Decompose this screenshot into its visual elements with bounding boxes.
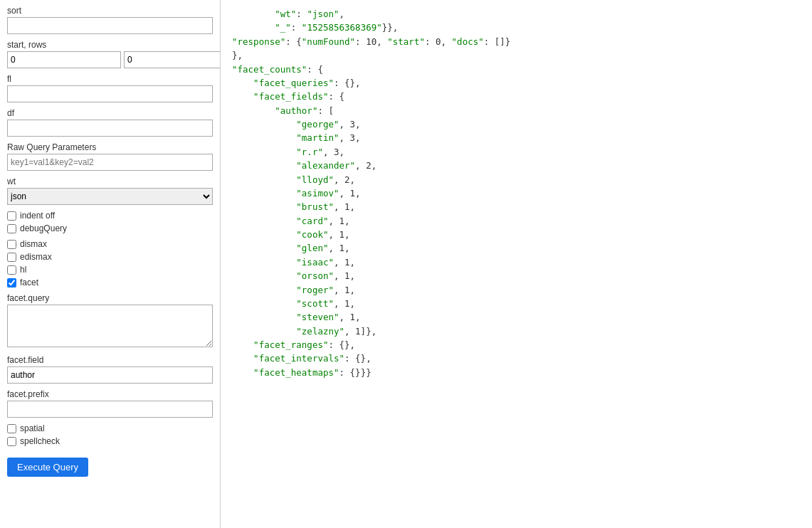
df-label: df — [7, 108, 213, 118]
json-line: "martin", 3, — [232, 131, 801, 144]
json-line: "brust", 1, — [232, 200, 801, 213]
df-input[interactable] — [7, 120, 213, 137]
spatial-checkbox[interactable] — [7, 424, 16, 433]
facet-query-label: facet.query — [7, 293, 213, 303]
sort-field-group: sort — [7, 6, 213, 34]
right-panel: "wt": "json", "_": "1525856368369"}},"re… — [221, 0, 812, 528]
json-line: "facet_ranges": {}, — [232, 338, 801, 352]
json-line: "steven", 1, — [232, 310, 801, 324]
raw-query-label: Raw Query Parameters — [7, 142, 213, 152]
json-line: "alexander", 2, — [232, 159, 801, 172]
edismax-checkbox[interactable] — [7, 253, 16, 262]
json-line: "facet_counts": { — [232, 63, 801, 76]
hl-label[interactable]: hl — [7, 265, 213, 275]
start-rows-label: start, rows — [7, 40, 213, 50]
options-group: dismax edismax hl facet — [7, 239, 213, 287]
json-output: "wt": "json", "_": "1525856368369"}},"re… — [232, 7, 801, 379]
start-rows-inputs — [7, 51, 213, 68]
wt-select[interactable]: json xml python ruby php csv — [7, 188, 213, 205]
bottom-checkboxes-group: spatial spellcheck — [7, 423, 213, 446]
sort-label: sort — [7, 6, 213, 16]
facet-prefix-label: facet.prefix — [7, 389, 213, 399]
spellcheck-checkbox[interactable] — [7, 437, 16, 446]
json-line: "glen", 1, — [232, 241, 801, 255]
indent-off-label[interactable]: indent off — [7, 211, 213, 221]
json-line: "facet_queries": {}, — [232, 76, 801, 90]
indent-off-checkbox[interactable] — [7, 211, 16, 221]
fl-input[interactable] — [7, 85, 213, 102]
json-line: "lloyd", 2, — [232, 173, 801, 186]
dismax-checkbox[interactable] — [7, 240, 16, 249]
raw-query-field-group: Raw Query Parameters — [7, 142, 213, 171]
json-line: }, — [232, 48, 801, 62]
json-line: "wt": "json", — [232, 7, 801, 21]
json-line: "zelazny", 1]}, — [232, 324, 801, 338]
json-line: "facet_intervals": {}, — [232, 352, 801, 365]
facet-prefix-input[interactable] — [7, 401, 213, 418]
df-field-group: df — [7, 108, 213, 137]
execute-query-button[interactable]: Execute Query — [7, 458, 88, 477]
spellcheck-label[interactable]: spellcheck — [7, 436, 213, 446]
dismax-label[interactable]: dismax — [7, 239, 213, 249]
sort-input[interactable] — [7, 17, 213, 34]
json-line: "facet_fields": { — [232, 90, 801, 103]
wt-field-group: wt json xml python ruby php csv — [7, 176, 213, 205]
json-line: "scott", 1, — [232, 297, 801, 310]
json-line: "roger", 1, — [232, 283, 801, 297]
facet-query-group: facet.query — [7, 293, 213, 349]
json-line: "isaac", 1, — [232, 255, 801, 269]
facet-field-label: facet.field — [7, 355, 213, 365]
json-line: "facet_heatmaps": {}}} — [232, 366, 801, 379]
hl-checkbox[interactable] — [7, 265, 16, 275]
facet-field-group: facet.field — [7, 355, 213, 384]
facet-query-input[interactable] — [7, 305, 213, 347]
edismax-label[interactable]: edismax — [7, 252, 213, 262]
start-rows-field-group: start, rows — [7, 40, 213, 68]
debug-query-label[interactable]: debugQuery — [7, 223, 213, 233]
indent-off-group: indent off debugQuery — [7, 211, 213, 233]
fl-label: fl — [7, 74, 213, 84]
json-line: "r.r", 3, — [232, 145, 801, 159]
start-input[interactable] — [7, 51, 121, 68]
facet-checkbox[interactable] — [7, 278, 16, 287]
json-line: "cook", 1, — [232, 228, 801, 241]
left-panel: sort start, rows fl df Raw Query Paramet… — [0, 0, 221, 528]
raw-query-input[interactable] — [7, 154, 213, 171]
json-line: "_": "1525856368369"}}, — [232, 21, 801, 34]
json-line: "author": [ — [232, 104, 801, 117]
json-line: "orson", 1, — [232, 269, 801, 283]
facet-prefix-group: facet.prefix — [7, 389, 213, 418]
wt-label: wt — [7, 176, 213, 186]
spatial-label[interactable]: spatial — [7, 423, 213, 433]
debug-query-checkbox[interactable] — [7, 224, 16, 233]
rows-input[interactable] — [124, 51, 221, 68]
json-line: "response": {"numFound": 10, "start": 0,… — [232, 35, 801, 48]
json-line: "card", 1, — [232, 214, 801, 228]
json-line: "george", 3, — [232, 117, 801, 131]
facet-field-input[interactable] — [7, 366, 213, 384]
fl-field-group: fl — [7, 74, 213, 102]
facet-label[interactable]: facet — [7, 278, 213, 287]
json-line: "asimov", 1, — [232, 186, 801, 200]
